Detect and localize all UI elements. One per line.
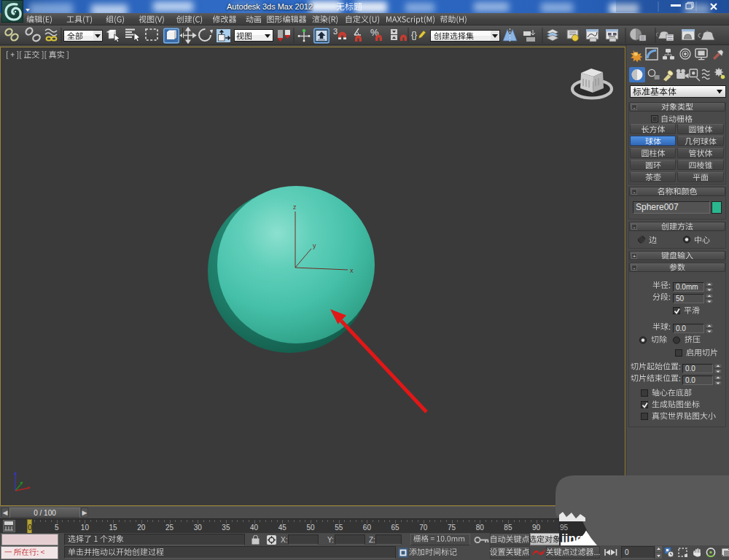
svg-text:y: y (313, 242, 316, 249)
svg-text:z: z (293, 203, 297, 211)
svg-text:x: x (350, 267, 354, 274)
